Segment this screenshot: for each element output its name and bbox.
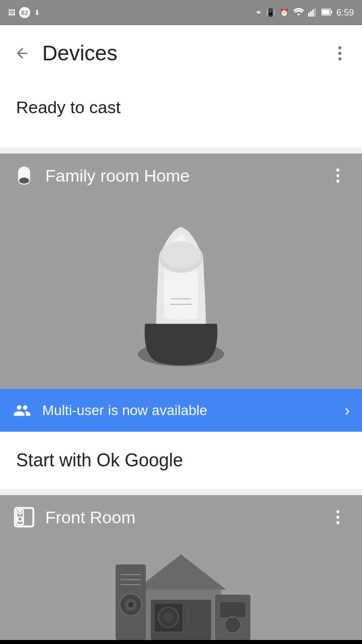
wifi-icon — [293, 8, 304, 18]
start-ok-google-text: Start with Ok Google — [16, 450, 183, 470]
front-room-card: Front Room — [0, 495, 362, 640]
front-room-image — [0, 539, 362, 640]
front-room-speaker-icon — [12, 505, 36, 529]
family-room-image — [0, 198, 362, 389]
start-ok-google-section: Start with Ok Google — [0, 432, 362, 489]
alarm-icon: ⏰ — [280, 8, 289, 17]
family-room-more-icon — [336, 169, 339, 183]
svg-point-32 — [225, 617, 241, 633]
battery-icon — [321, 9, 332, 17]
front-room-more-icon — [336, 510, 339, 524]
front-room-more-button[interactable] — [326, 505, 350, 529]
ready-to-cast-text: Ready to cast — [16, 98, 121, 117]
photo-icon: 🖼 — [8, 9, 15, 17]
svg-point-25 — [128, 602, 133, 607]
svg-point-10 — [161, 242, 201, 268]
family-room-card: Family room Home — [0, 153, 362, 489]
multiuser-banner-text: Multi-user is now available — [42, 403, 207, 419]
svg-point-16 — [19, 511, 22, 514]
family-room-more-button[interactable] — [326, 164, 350, 188]
multiuser-banner-left: Multi-user is now available — [12, 401, 207, 420]
notification-icon: 82 — [19, 7, 30, 18]
content-area: Ready to cast Family room Home — [0, 82, 362, 640]
svg-rect-5 — [331, 11, 332, 14]
status-bar-right: ⚭ 📳 ⏰ 6:59 — [255, 8, 354, 18]
time-display: 6:59 — [336, 8, 354, 18]
toolbar: Devices — [0, 25, 362, 82]
family-room-header: Family room Home — [0, 153, 362, 198]
svg-marker-17 — [136, 554, 226, 590]
signal-icon — [308, 8, 317, 18]
svg-rect-1 — [310, 11, 312, 17]
svg-point-15 — [18, 517, 22, 521]
download-icon: ⬇ — [34, 9, 40, 17]
more-icon — [338, 46, 341, 60]
front-room-header-left: Front Room — [12, 505, 136, 529]
back-button[interactable] — [10, 41, 34, 65]
svg-rect-2 — [312, 10, 314, 17]
svg-point-29 — [163, 612, 173, 622]
overflow-menu-button[interactable] — [328, 41, 352, 65]
vibrate-icon: 📳 — [266, 8, 276, 17]
family-room-header-left: Family room Home — [12, 164, 190, 188]
bluetooth-icon: ⚭ — [255, 8, 262, 17]
front-room-device-name: Front Room — [45, 508, 136, 527]
svg-rect-3 — [314, 8, 316, 17]
svg-rect-0 — [308, 13, 310, 17]
bottom-navigation — [0, 640, 362, 644]
page-title: Devices — [42, 41, 328, 65]
svg-rect-6 — [322, 10, 329, 14]
status-bar: 🖼 82 ⬇ ⚭ 📳 ⏰ 6:59 — [0, 0, 362, 25]
status-bar-left: 🖼 82 ⬇ — [8, 7, 40, 18]
multiuser-banner[interactable]: Multi-user is now available › — [0, 389, 362, 432]
multiuser-chevron-icon: › — [344, 401, 350, 420]
svg-rect-31 — [220, 602, 245, 617]
google-home-icon — [12, 164, 36, 188]
svg-point-7 — [19, 178, 29, 184]
front-room-header: Front Room — [0, 495, 362, 539]
family-room-device-name: Family room Home — [45, 166, 190, 186]
ready-to-cast-section: Ready to cast — [0, 82, 362, 147]
